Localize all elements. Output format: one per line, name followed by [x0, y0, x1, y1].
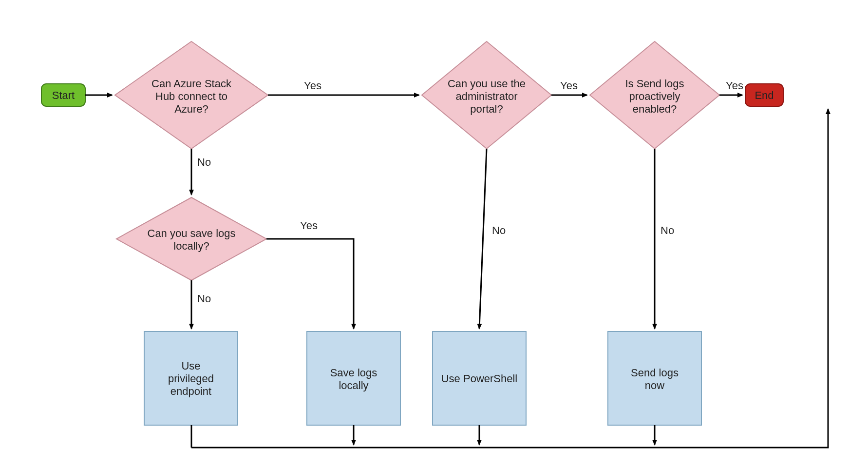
decision-admin-portal: Can you use the administrator portal?	[422, 41, 551, 149]
svg-text:Send logs: Send logs	[631, 367, 679, 379]
start-label: Start	[52, 89, 75, 101]
svg-text:endpoint: endpoint	[170, 385, 211, 397]
svg-text:Azure?: Azure?	[174, 103, 208, 115]
svg-text:portal?: portal?	[470, 103, 503, 115]
svg-text:Is Send logs: Is Send logs	[625, 78, 684, 90]
svg-text:privileged: privileged	[168, 372, 214, 385]
svg-text:Save logs: Save logs	[330, 367, 377, 379]
svg-text:administrator: administrator	[455, 90, 517, 102]
svg-text:enabled?: enabled?	[633, 103, 677, 115]
decision-save-locally: Can you save logs locally?	[116, 197, 266, 280]
svg-text:Can Azure Stack: Can Azure Stack	[151, 78, 232, 90]
svg-text:locally: locally	[339, 379, 368, 391]
edge-savelocal-yes	[266, 239, 354, 329]
svg-text:Use PowerShell: Use PowerShell	[441, 372, 518, 385]
label-admin-yes: Yes	[560, 79, 578, 92]
end-label: End	[755, 89, 774, 101]
label-connect-no: No	[197, 156, 211, 168]
process-save-logs-locally: Save logs locally	[307, 332, 400, 425]
end-node: End	[745, 84, 783, 106]
svg-text:locally?: locally?	[173, 240, 209, 252]
label-savelocal-yes: Yes	[300, 219, 318, 232]
decision-proactive-enabled: Is Send logs proactively enabled?	[590, 41, 719, 149]
process-privileged-endpoint: Use privileged endpoint	[144, 332, 238, 425]
svg-text:Hub connect to: Hub connect to	[155, 90, 227, 102]
svg-text:Can you save logs: Can you save logs	[148, 227, 236, 239]
label-proactive-yes: Yes	[726, 79, 743, 92]
process-send-logs-now: Send logs now	[608, 332, 701, 425]
svg-text:now: now	[645, 379, 664, 391]
process-use-powershell: Use PowerShell	[433, 332, 526, 425]
start-node: Start	[41, 84, 85, 106]
label-admin-no: No	[492, 224, 506, 236]
svg-text:Use: Use	[181, 360, 200, 372]
edge-admin-no	[479, 149, 487, 329]
svg-text:Can you use the: Can you use the	[448, 78, 526, 90]
label-connect-yes: Yes	[304, 79, 321, 92]
label-proactive-no: No	[660, 224, 674, 236]
svg-text:proactively: proactively	[629, 90, 680, 102]
label-savelocal-no: No	[197, 293, 211, 305]
decision-connect-to-azure: Can Azure Stack Hub connect to Azure?	[115, 41, 268, 149]
flowchart-diagram: Start End Can Azure Stack Hub connect to…	[0, 0, 868, 469]
